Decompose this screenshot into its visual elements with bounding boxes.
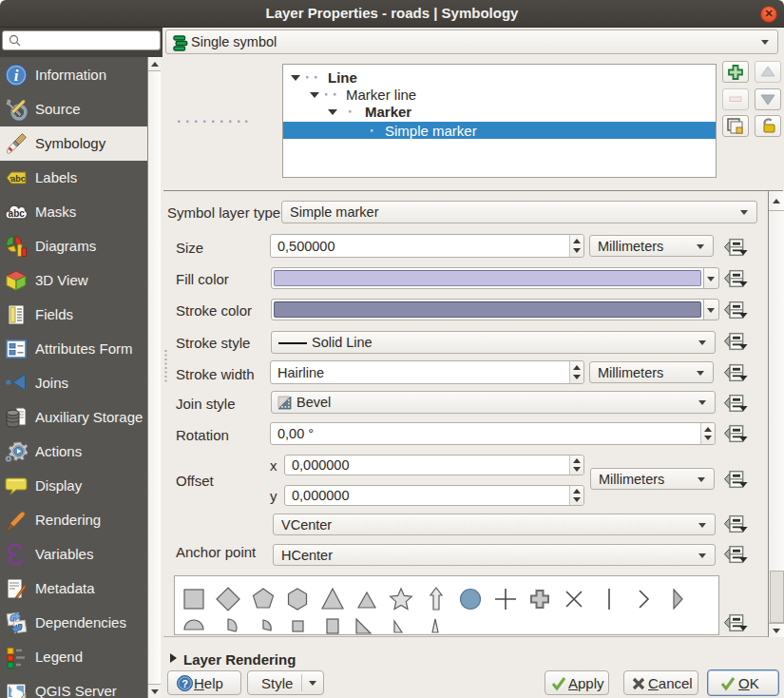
svg-text:i: i [14,67,19,85]
svg-text:?: ? [182,678,188,689]
svg-text:abc: abc [10,174,26,184]
svg-text:abc: abc [9,208,26,219]
